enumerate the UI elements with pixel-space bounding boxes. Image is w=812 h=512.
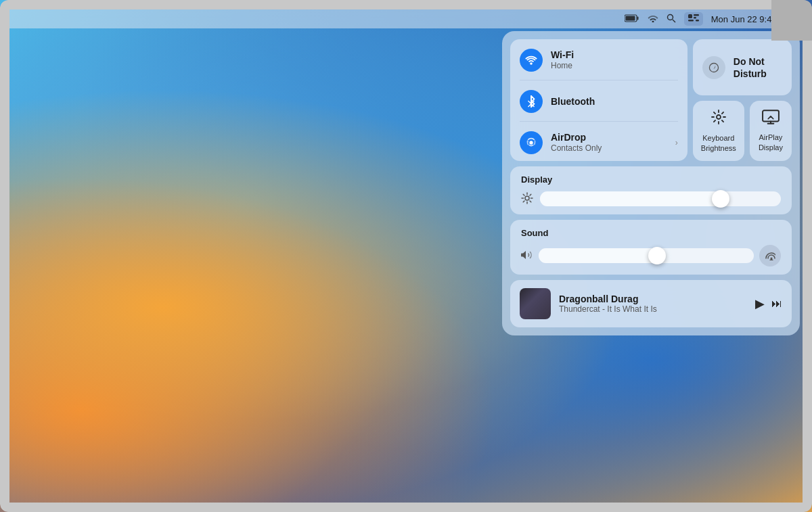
sound-slider-row xyxy=(521,245,781,266)
wifi-text: Wi-Fi Home xyxy=(551,49,678,70)
play-button[interactable]: ▶ xyxy=(755,296,765,311)
wifi-icon-bg xyxy=(520,49,543,72)
battery-icon[interactable] xyxy=(625,14,639,24)
svg-point-11 xyxy=(717,115,721,119)
keyboard-brightness-icon xyxy=(710,109,727,129)
bluetooth-item[interactable]: Bluetooth xyxy=(520,90,678,122)
svg-rect-7 xyxy=(688,20,694,22)
wifi-menubar-icon[interactable] xyxy=(648,14,658,24)
airdrop-text: AirDrop Contacts Only xyxy=(551,132,667,153)
sound-label: Sound xyxy=(521,228,781,238)
control-center: Wi-Fi Home Bluetooth xyxy=(502,31,800,335)
volume-slider[interactable] xyxy=(539,248,754,263)
svg-rect-2 xyxy=(625,16,635,21)
airdrop-subtitle: Contacts Only xyxy=(551,143,667,153)
track-artist: Thundercat - It Is What It Is xyxy=(559,304,747,314)
skip-forward-button[interactable]: ⏭ xyxy=(771,298,782,310)
sound-tile: Sound xyxy=(510,220,792,275)
svg-rect-8 xyxy=(696,20,699,22)
control-center-icon[interactable] xyxy=(684,12,703,26)
airdrop-item[interactable]: AirDrop Contacts Only › xyxy=(520,131,678,154)
search-menubar-icon[interactable] xyxy=(667,14,676,25)
airdrop-icon-bg xyxy=(520,131,543,154)
display-slider-row xyxy=(521,191,781,206)
svg-line-19 xyxy=(714,120,715,122)
display-label: Display xyxy=(521,174,781,185)
svg-line-28 xyxy=(530,194,531,195)
svg-point-3 xyxy=(667,14,673,20)
album-art-image xyxy=(520,288,551,319)
wifi-item[interactable]: Wi-Fi Home xyxy=(520,49,678,80)
svg-rect-5 xyxy=(688,14,692,18)
playback-controls: ▶ ⏭ xyxy=(755,296,782,311)
airdrop-label: AirDrop xyxy=(551,132,667,143)
airplay-display-tile[interactable]: AirPlay Display xyxy=(750,101,792,161)
do-not-disturb-tile[interactable]: Do Not Disturb xyxy=(693,39,792,95)
menubar: Mon Jun 22 9:41 AM xyxy=(9,9,803,28)
airplay-display-label: AirPlay Display xyxy=(759,133,783,152)
svg-line-4 xyxy=(673,20,675,22)
svg-line-29 xyxy=(523,201,524,202)
svg-rect-1 xyxy=(637,17,638,20)
top-row: Wi-Fi Home Bluetooth xyxy=(510,39,792,161)
now-playing-tile: Dragonball Durag Thundercat - It Is What… xyxy=(510,280,792,327)
track-title: Dragonball Durag xyxy=(559,294,747,304)
small-tiles-row: Keyboard Brightness AirPlay Display xyxy=(693,101,792,161)
track-info: Dragonball Durag Thundercat - It Is What… xyxy=(559,294,747,314)
svg-point-21 xyxy=(525,196,529,200)
right-column: Do Not Disturb xyxy=(693,39,792,161)
display-tile: Display xyxy=(510,166,792,214)
wifi-label: Wi-Fi xyxy=(551,49,678,61)
keyboard-brightness-label: Keyboard Brightness xyxy=(701,133,736,153)
svg-line-27 xyxy=(530,201,531,202)
bluetooth-label: Bluetooth xyxy=(551,96,678,108)
dnd-label: Do Not Disturb xyxy=(734,55,767,80)
bluetooth-text: Bluetooth xyxy=(551,96,678,108)
dnd-icon xyxy=(702,56,725,79)
brightness-icon xyxy=(521,192,533,206)
svg-line-18 xyxy=(722,112,723,114)
bluetooth-icon-bg xyxy=(520,90,543,113)
svg-rect-9 xyxy=(694,17,696,19)
airplay-audio-button[interactable] xyxy=(759,245,781,266)
svg-point-10 xyxy=(529,141,533,144)
svg-line-17 xyxy=(722,120,723,122)
svg-rect-6 xyxy=(694,14,699,16)
brightness-slider[interactable] xyxy=(540,191,781,206)
album-art xyxy=(520,288,551,319)
svg-line-26 xyxy=(523,194,524,195)
network-tile: Wi-Fi Home Bluetooth xyxy=(510,39,687,161)
airdrop-chevron-icon: › xyxy=(675,138,678,147)
volume-icon xyxy=(521,250,533,262)
keyboard-brightness-tile[interactable]: Keyboard Brightness xyxy=(693,101,744,161)
airplay-display-icon xyxy=(762,110,780,129)
svg-line-16 xyxy=(714,112,715,114)
wifi-subtitle: Home xyxy=(551,61,678,70)
